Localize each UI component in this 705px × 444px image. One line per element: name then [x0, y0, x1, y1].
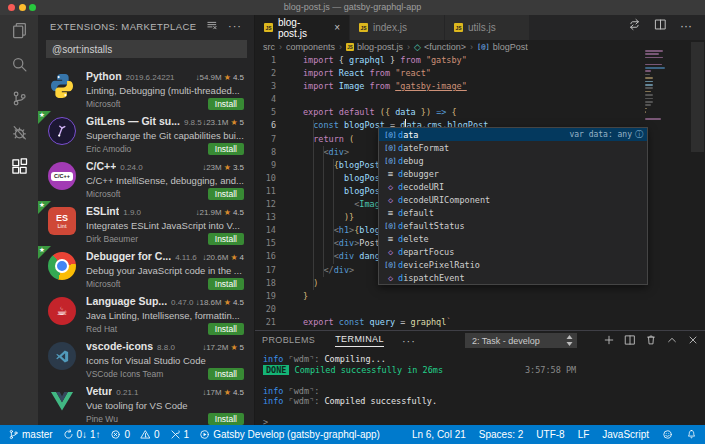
- install-button[interactable]: Install: [208, 278, 244, 290]
- extension-item[interactable]: Python2019.6.24221↓54.9M★4.5Linting, Deb…: [38, 66, 254, 111]
- line-number: 17: [255, 264, 276, 277]
- line-number: 3: [255, 80, 276, 93]
- tab-index-js[interactable]: JSindex.js: [350, 15, 445, 40]
- code-line: [303, 93, 488, 106]
- extension-item[interactable]: ☕Language Sup...0.47.0↓18.6M★4.5Java Lin…: [38, 291, 254, 336]
- extension-item[interactable]: Vetur0.21.1↓17M★4.5Vue tooling for VS Co…: [38, 381, 254, 425]
- status-spaces[interactable]: Spaces: 2: [479, 429, 523, 440]
- suggest-item[interactable]: ≡delete: [379, 232, 647, 245]
- activity-bar-item-source-control[interactable]: [0, 83, 38, 117]
- install-button[interactable]: Install: [208, 233, 244, 245]
- info-icon[interactable]: ⓘ: [635, 129, 643, 140]
- status-sync[interactable]: 0↓ 1↑: [63, 429, 101, 440]
- activity-bar-item-debug[interactable]: [0, 117, 38, 151]
- status-ln[interactable]: Ln 6, Col 21: [412, 429, 466, 440]
- status-feedback-smiley[interactable]: [662, 429, 673, 440]
- panel-tab-terminal[interactable]: TERMINAL: [335, 334, 384, 347]
- activity-bar-item-search[interactable]: [0, 49, 38, 83]
- extension-item[interactable]: ★GitLens — Git su...9.8.5↓23.1M★5Superch…: [38, 111, 254, 156]
- add-terminal-icon[interactable]: [603, 332, 615, 350]
- maximize-panel-icon[interactable]: [666, 332, 678, 350]
- extension-item[interactable]: ★Debugger for C...4.11.6↓20.6M★4Debug yo…: [38, 246, 254, 291]
- split-terminal-icon[interactable]: [624, 332, 636, 350]
- close-tab-icon[interactable]: ×: [334, 22, 340, 33]
- close-panel-icon[interactable]: [687, 332, 699, 350]
- star-icon: ★: [230, 118, 237, 127]
- suggest-item[interactable]: ◇decodeURI: [379, 180, 647, 193]
- suggest-item[interactable]: ◇departFocus: [379, 245, 647, 258]
- extension-item[interactable]: vscode-icons8.8.0↓17.2M★5Icons for Visua…: [38, 336, 254, 381]
- install-button[interactable]: Install: [208, 368, 244, 380]
- install-button[interactable]: Install: [208, 143, 244, 155]
- editor-gutter[interactable]: 123456789101112131415161718192021: [255, 54, 276, 329]
- suggest-item[interactable]: ≡default: [379, 206, 647, 219]
- install-button[interactable]: Install: [208, 98, 244, 110]
- extension-author: Dirk Baeumer: [86, 234, 138, 244]
- extension-version: 9.8.5: [184, 118, 202, 127]
- tab-utils-js[interactable]: JSutils.js: [445, 15, 530, 40]
- line-number: 6: [255, 119, 276, 132]
- install-button[interactable]: Install: [208, 413, 244, 425]
- clear-extensions-search-icon[interactable]: [206, 17, 218, 35]
- extension-item[interactable]: ★ESLintESLint1.9.0↓21.9M★4.5Integrates E…: [38, 201, 254, 246]
- open-changes-icon[interactable]: [628, 17, 641, 35]
- split-editor-icon[interactable]: [654, 17, 667, 35]
- status-error[interactable]: 0: [110, 429, 130, 440]
- status-utf8[interactable]: UTF-8: [536, 429, 564, 440]
- suggest-label: devicePixelRatio: [398, 260, 480, 270]
- suggest-item[interactable]: [@]dateFormat: [379, 141, 647, 154]
- breadcrumb-item[interactable]: src: [263, 42, 275, 52]
- status-tools[interactable]: 1: [170, 429, 190, 440]
- breadcrumb-item[interactable]: JSblog-post.js: [346, 42, 403, 52]
- activity-bar-item-explorer[interactable]: [0, 15, 38, 49]
- minimap-line: [645, 91, 651, 93]
- suggest-item[interactable]: ≡debugger: [379, 167, 647, 180]
- breadcrumb-item[interactable]: [@]blogPost: [477, 42, 528, 52]
- more-panel-tabs-icon[interactable]: ···: [402, 338, 416, 344]
- more-editor-actions-icon[interactable]: ···: [680, 22, 692, 30]
- minimap-line: [645, 64, 662, 66]
- install-button[interactable]: Install: [208, 188, 244, 200]
- editor-scrollbar[interactable]: [691, 42, 704, 152]
- suggest-item[interactable]: [@]devicePixelRatio: [379, 258, 647, 271]
- suggest-item[interactable]: ◇decodeURIComponent: [379, 193, 647, 206]
- extension-description: C/C++ IntelliSense, debugging, and...: [86, 175, 245, 186]
- symbol-keyword-icon: ≡: [383, 169, 398, 179]
- terminal-output[interactable]: info ⌜wdm⌝: Compiling...DONE Compiled su…: [263, 354, 695, 428]
- status-lf[interactable]: LF: [578, 429, 590, 440]
- panel-tab-problems[interactable]: PROBLEMS: [262, 335, 315, 347]
- minimap-line: [645, 104, 651, 106]
- suggest-item[interactable]: [@]defaultStatus: [379, 219, 647, 232]
- status-play-circle[interactable]: Gatsby Develop (gatsby-graphql-app): [199, 429, 380, 440]
- status-bell[interactable]: [686, 429, 697, 440]
- symbol-variable-icon: [@]: [383, 157, 398, 165]
- line-number: 21: [255, 316, 276, 329]
- sync-icon: [63, 429, 74, 440]
- minimap-line: [645, 67, 665, 69]
- kill-terminal-icon[interactable]: [645, 332, 657, 350]
- code-line: export default ({ data }) => {: [303, 106, 488, 119]
- terminal-task-selector[interactable]: 2: Task - develop: [465, 333, 577, 348]
- extension-item[interactable]: C/C++C/C++0.24.0↓23M★3.5C/C++ IntelliSen…: [38, 156, 254, 201]
- suggest-item[interactable]: ◇dispatchEvent: [379, 271, 647, 284]
- symbol-method-icon: ◇: [383, 195, 398, 205]
- status-javascript[interactable]: JavaScript: [602, 429, 649, 440]
- breadcrumb-item[interactable]: ◇<function>: [414, 42, 466, 52]
- line-number: 19: [255, 290, 276, 303]
- tab-blog-post-js[interactable]: JSblog-post.js×: [255, 15, 350, 40]
- breadcrumb-item[interactable]: components: [286, 42, 335, 52]
- install-button[interactable]: Install: [208, 323, 244, 335]
- status-warning[interactable]: 0: [140, 429, 160, 440]
- more-actions-icon[interactable]: ···: [228, 23, 242, 29]
- minimap-line: [645, 101, 653, 103]
- extension-name: C/C++: [86, 160, 116, 172]
- extension-stats: ↓18.6M★4.5: [195, 298, 244, 307]
- suggest-item[interactable]: [@]debug: [379, 154, 647, 167]
- extensions-search-input[interactable]: [46, 40, 247, 58]
- feedback-smiley-icon: [662, 429, 673, 440]
- status-git-branch[interactable]: master: [8, 429, 53, 440]
- breadcrumb-separator: ›: [470, 42, 473, 52]
- activity-bar-item-extensions[interactable]: [0, 151, 38, 185]
- line-number: 1: [255, 54, 276, 67]
- suggest-item[interactable]: [@]datavar data: anyⓘ: [379, 128, 647, 141]
